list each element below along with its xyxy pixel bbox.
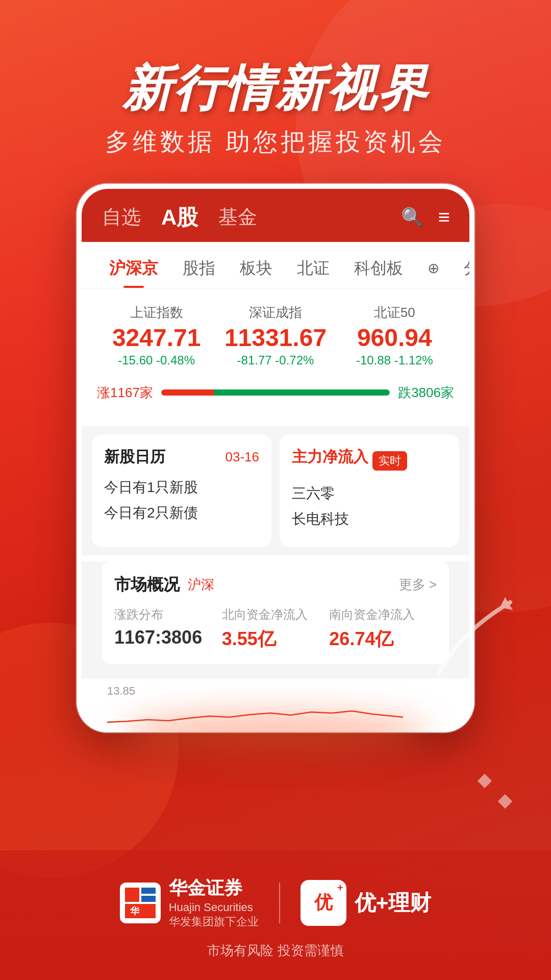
svg-text:华: 华 xyxy=(130,906,140,916)
svg-rect-3 xyxy=(141,896,156,902)
overview-title: 市场概况 xyxy=(114,574,180,596)
phone-screen: 自选 A股 基金 🔍 ≡ 沪深京 股指 板块 北证 科创板 ⊕ 分类 xyxy=(82,189,469,727)
arrow-decoration xyxy=(429,592,520,684)
huajin-logo: 华 华金证券 Huajin Securities 华发集团旗下企业 xyxy=(120,876,259,929)
subnav-portfolio-icon[interactable]: ⊕ xyxy=(415,255,452,285)
hero-title: 新行情新视界 xyxy=(0,61,551,115)
market-overview-card: 市场概况 沪深 更多 > 涨跌分布 1167:3806 北向资金净流入 3.55… xyxy=(102,561,449,664)
index-shanghai-name: 上证指数 xyxy=(97,304,216,322)
logos-row: 华 华金证券 Huajin Securities 华发集团旗下企业 优 + 优+… xyxy=(0,876,551,929)
new-stock-card[interactable]: 新股日历 03-16 今日有1只新股 今日有2只新债 xyxy=(92,434,271,547)
index-beijing50-value: 960.94 xyxy=(335,326,454,350)
cards-row: 新股日历 03-16 今日有1只新股 今日有2只新债 主力净流入 实时 三六零 xyxy=(92,434,459,547)
tab-funds[interactable]: 基金 xyxy=(218,204,257,230)
stat-south-label: 南向资金净流入 xyxy=(329,606,437,623)
hero-section: 新行情新视界 多维数据 助您把握投资机会 xyxy=(0,0,551,158)
huajin-en: Huajin Securities xyxy=(169,901,259,914)
youjia-name: 优+理财 xyxy=(355,889,432,917)
youjia-logo: 优 + 优+理财 xyxy=(300,880,432,926)
stat-south-value: 26.74亿 xyxy=(329,627,437,652)
index-shanghai-change: -15.60 -0.48% xyxy=(97,353,216,368)
flow-title: 主力净流入 xyxy=(292,447,368,468)
svg-rect-2 xyxy=(141,888,156,894)
stat-north-label: 北向资金净流入 xyxy=(222,606,330,623)
stat-south-flow: 南向资金净流入 26.74亿 xyxy=(329,606,437,652)
logo-divider xyxy=(279,883,280,923)
chart-label: 13.85 xyxy=(97,684,454,702)
flow-item2: 长电科技 xyxy=(292,509,447,529)
overview-more[interactable]: 更多 > xyxy=(399,576,437,594)
breadth-bar-red xyxy=(161,389,214,396)
breadth-fall-label: 跌3806家 xyxy=(398,384,454,402)
sub-navigation: 沪深京 股指 板块 北证 科创板 ⊕ 分类 xyxy=(82,242,469,288)
huajin-sub: 华发集团旗下企业 xyxy=(169,914,259,929)
svg-rect-4 xyxy=(125,904,156,918)
huajin-icon: 华 xyxy=(120,883,161,923)
disclaimer: 市场有风险 投资需谨慎 xyxy=(0,942,551,960)
subnav-kechuang[interactable]: 科创板 xyxy=(342,252,415,288)
main-flow-card[interactable]: 主力净流入 实时 三六零 长电科技 xyxy=(280,434,459,547)
diamond-decoration-2 xyxy=(498,794,512,808)
overview-header: 市场概况 沪深 更多 > xyxy=(114,574,437,596)
new-stock-card-header: 新股日历 03-16 xyxy=(104,447,259,468)
huajin-text: 华金证券 Huajin Securities 华发集团旗下企业 xyxy=(169,876,259,929)
breadth-bar xyxy=(161,389,390,396)
index-shenzhen-change: -81.77 -0.72% xyxy=(216,353,335,368)
bottom-section: 华 华金证券 Huajin Securities 华发集团旗下企业 优 + 优+… xyxy=(0,850,551,980)
main-nav: 自选 A股 基金 xyxy=(102,203,257,232)
stat-north-flow: 北向资金净流入 3.55亿 xyxy=(222,606,330,652)
subnav-bankuai[interactable]: 板块 xyxy=(228,252,285,288)
market-breadth: 涨1167家 跌3806家 xyxy=(97,380,454,406)
index-beijing50-change: -10.88 -1.12% xyxy=(335,353,454,368)
stat-distribution-label: 涨跌分布 xyxy=(114,606,222,623)
phone-glow xyxy=(122,712,429,753)
subnav-fenlei[interactable]: 分类 xyxy=(452,252,469,288)
breadth-rise-label: 涨1167家 xyxy=(97,384,153,402)
flow-item1: 三六零 xyxy=(292,484,447,503)
market-overview-wrapper: 市场概况 沪深 更多 > 涨跌分布 1167:3806 北向资金净流入 3.55… xyxy=(82,561,469,678)
cards-section: 新股日历 03-16 今日有1只新股 今日有2只新债 主力净流入 实时 三六零 xyxy=(82,426,469,555)
market-indices: 上证指数 3247.71 -15.60 -0.48% 深证成指 11331.67… xyxy=(97,304,454,368)
breadth-bar-green xyxy=(214,389,390,396)
new-stock-item1: 今日有1只新股 xyxy=(104,478,259,497)
stat-distribution: 涨跌分布 1167:3806 xyxy=(114,606,222,652)
subnav-hushenjing[interactable]: 沪深京 xyxy=(97,252,170,288)
huajin-name: 华金证券 xyxy=(169,876,259,901)
flow-badge: 实时 xyxy=(372,451,407,471)
phone-mockup: 自选 A股 基金 🔍 ≡ 沪深京 股指 板块 北证 科创板 ⊕ 分类 xyxy=(77,184,474,732)
index-shenzhen-name: 深证成指 xyxy=(216,304,335,322)
new-stock-date: 03-16 xyxy=(226,449,260,465)
tab-watchlist[interactable]: 自选 xyxy=(102,204,141,230)
index-shenzhen: 深证成指 11331.67 -81.77 -0.72% xyxy=(216,304,335,368)
diamond-decoration-1 xyxy=(478,774,492,788)
search-icon[interactable]: 🔍 xyxy=(401,207,424,228)
overview-subtitle: 沪深 xyxy=(188,576,214,594)
new-stock-item2: 今日有2只新债 xyxy=(104,503,259,523)
flow-card-header: 主力净流入 实时 xyxy=(292,447,447,476)
overview-stats: 涨跌分布 1167:3806 北向资金净流入 3.55亿 南向资金净流入 26.… xyxy=(114,606,437,652)
header-icons: 🔍 ≡ xyxy=(401,206,449,229)
new-stock-title: 新股日历 xyxy=(104,447,165,468)
menu-icon[interactable]: ≡ xyxy=(438,206,449,229)
index-beijing50: 北证50 960.94 -10.88 -1.12% xyxy=(335,304,454,368)
index-shanghai-value: 3247.71 xyxy=(97,326,216,350)
overview-title-group: 市场概况 沪深 xyxy=(114,574,214,596)
index-beijing50-name: 北证50 xyxy=(335,304,454,322)
index-shenzhen-value: 11331.67 xyxy=(216,326,335,350)
youjia-icon: 优 + xyxy=(300,880,346,926)
stat-north-value: 3.55亿 xyxy=(222,627,330,652)
app-header: 自选 A股 基金 🔍 ≡ xyxy=(82,189,469,242)
phone-mockup-container: 自选 A股 基金 🔍 ≡ 沪深京 股指 板块 北证 科创板 ⊕ 分类 xyxy=(77,184,474,732)
hero-subtitle: 多维数据 助您把握投资机会 xyxy=(0,126,551,158)
stat-distribution-value: 1167:3806 xyxy=(114,627,222,648)
tab-ashares[interactable]: A股 xyxy=(161,203,198,232)
index-shanghai: 上证指数 3247.71 -15.60 -0.48% xyxy=(97,304,216,368)
subnav-guzhi[interactable]: 股指 xyxy=(170,252,228,288)
subnav-beizhen[interactable]: 北证 xyxy=(285,252,342,288)
market-data-section: 上证指数 3247.71 -15.60 -0.48% 深证成指 11331.67… xyxy=(82,288,469,426)
svg-rect-1 xyxy=(125,888,139,902)
